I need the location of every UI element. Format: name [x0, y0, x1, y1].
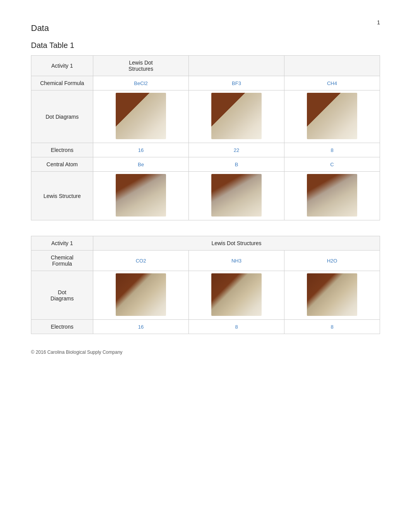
header-col3 — [284, 56, 380, 76]
chemical-formula-becl2: BeCl2 — [93, 76, 189, 90]
dot-diagram-becl2-cell — [93, 90, 189, 143]
t2-dot-diagram-co2-cell — [93, 271, 189, 320]
table-row: Lewis Structure — [31, 172, 380, 220]
t2-dot-diagram-nh3-img — [211, 273, 262, 316]
data-table-2: Activity 1 Lewis Dot Structures Chemical… — [31, 236, 380, 334]
table-row: Activity 1 Lewis Dot Structures — [31, 236, 380, 251]
t2-dot-diagram-h2o-cell — [284, 271, 380, 320]
dot-diagram-becl2-img — [116, 93, 166, 139]
t2-dot-diagram-co2-img — [116, 273, 166, 316]
t2-chemical-formula-h2o: H2O — [284, 251, 380, 271]
chemical-formula-bf3: BF3 — [189, 76, 284, 90]
dot-diagram-ch4-cell — [284, 90, 380, 143]
lewis-structure-becl2-cell — [93, 172, 189, 220]
central-atom-becl2: Be — [93, 157, 189, 172]
t2-header-lewis-dot: Lewis Dot Structures — [93, 236, 380, 251]
table-row: Dot Diagrams — [31, 271, 380, 320]
chemical-formula-label: Chemical Formula — [31, 76, 93, 90]
electrons-bf3: 22 — [189, 143, 284, 157]
electrons-label: Electrons — [31, 143, 93, 157]
data-table-1: Activity 1 Lewis Dot Structures Chemical… — [31, 55, 380, 220]
central-atom-bf3: B — [189, 157, 284, 172]
t2-electrons-h2o: 8 — [284, 320, 380, 334]
page-number: 1 — [377, 19, 380, 26]
t2-chemical-formula-co2: CO2 — [93, 251, 189, 271]
table-row: Activity 1 Lewis Dot Structures — [31, 56, 380, 76]
lewis-structure-bf3-cell — [189, 172, 284, 220]
t2-dot-diagram-h2o-img — [307, 273, 357, 316]
lewis-structure-bf3-img — [211, 174, 262, 217]
table-row: Central Atom Be B C — [31, 157, 380, 172]
t2-dot-diagrams-label: Dot Diagrams — [31, 271, 93, 320]
t2-electrons-label: Electrons — [31, 320, 93, 334]
table1-title: Data Table 1 — [31, 41, 380, 50]
dot-diagram-bf3-img — [211, 93, 262, 139]
electrons-becl2: 16 — [93, 143, 189, 157]
central-atom-label: Central Atom — [31, 157, 93, 172]
lewis-structure-becl2-img — [116, 174, 166, 217]
dot-diagrams-label: Dot Diagrams — [31, 90, 93, 143]
footer-text: © 2016 Carolina Biological Supply Compan… — [31, 350, 380, 355]
header-lewis-dot: Lewis Dot Structures — [93, 56, 189, 76]
t2-electrons-nh3: 8 — [189, 320, 284, 334]
section-title: Data — [31, 23, 380, 33]
lewis-structure-ch4-cell — [284, 172, 380, 220]
table-row: Electrons 16 8 8 — [31, 320, 380, 334]
lewis-structure-label: Lewis Structure — [31, 172, 93, 220]
t2-chemical-formula-label: Chemical Formula — [31, 251, 93, 271]
t2-header-activity: Activity 1 — [31, 236, 93, 251]
chemical-formula-ch4: CH4 — [284, 76, 380, 90]
lewis-structure-ch4-img — [307, 174, 357, 217]
central-atom-ch4: C — [284, 157, 380, 172]
dot-diagram-ch4-img — [307, 93, 357, 139]
dot-diagram-bf3-cell — [189, 90, 284, 143]
header-activity: Activity 1 — [31, 56, 93, 76]
table-row: Electrons 16 22 8 — [31, 143, 380, 157]
header-col2 — [189, 56, 284, 76]
electrons-ch4: 8 — [284, 143, 380, 157]
table-row: Chemical Formula BeCl2 BF3 CH4 — [31, 76, 380, 90]
t2-dot-diagram-nh3-cell — [189, 271, 284, 320]
table-row: Chemical Formula CO2 NH3 H2O — [31, 251, 380, 271]
table-row: Dot Diagrams — [31, 90, 380, 143]
t2-chemical-formula-nh3: NH3 — [189, 251, 284, 271]
t2-electrons-co2: 16 — [93, 320, 189, 334]
